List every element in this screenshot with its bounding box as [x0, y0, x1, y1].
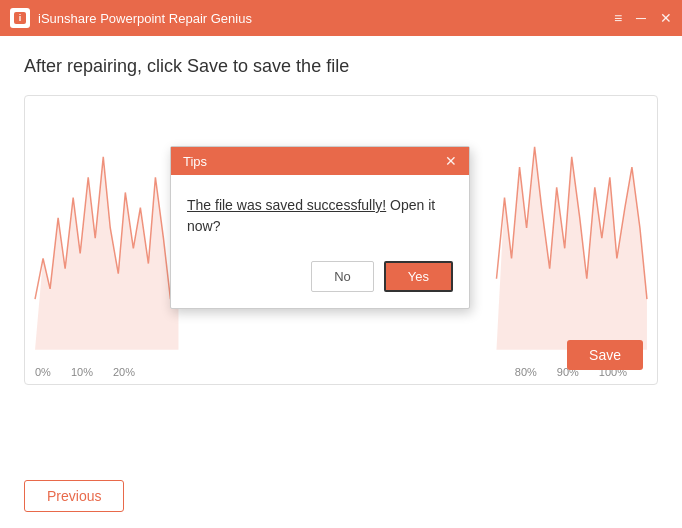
dialog-titlebar: Tips ✕	[171, 147, 469, 175]
close-button[interactable]: ✕	[660, 10, 672, 26]
svg-text:i: i	[19, 13, 22, 23]
tips-dialog: Tips ✕ The file was saved successfully! …	[170, 146, 470, 309]
no-button[interactable]: No	[311, 261, 374, 292]
yes-button[interactable]: Yes	[384, 261, 453, 292]
dialog-message-highlight: The file was saved successfully!	[187, 197, 386, 213]
dialog-title: Tips	[183, 154, 207, 169]
window-controls: ≡ ─ ✕	[614, 10, 672, 26]
app-icon: i	[10, 8, 30, 28]
dialog-body: The file was saved successfully! Open it…	[171, 175, 469, 253]
dialog-close-button[interactable]: ✕	[445, 153, 457, 169]
dialog-overlay: Tips ✕ The file was saved successfully! …	[0, 36, 682, 528]
main-content: After repairing, click Save to save the …	[0, 36, 682, 528]
minimize-button[interactable]: ─	[636, 10, 646, 26]
app-title: iSunshare Powerpoint Repair Genius	[38, 11, 614, 26]
title-bar: i iSunshare Powerpoint Repair Genius ≡ ─…	[0, 0, 682, 36]
dialog-footer: No Yes	[171, 253, 469, 308]
menu-button[interactable]: ≡	[614, 10, 622, 26]
